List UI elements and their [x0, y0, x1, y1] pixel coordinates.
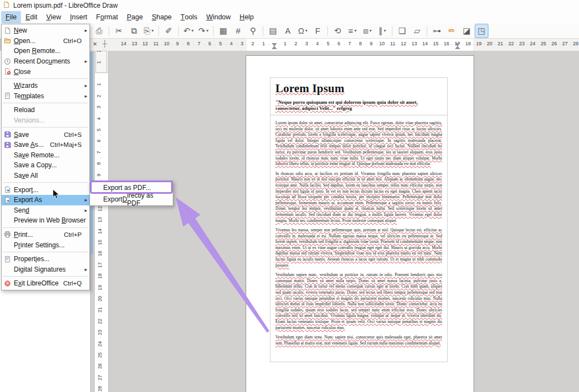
insert-text-box-icon[interactable]: A [281, 24, 295, 38]
menu-item-versions[interactable]: Versions... [2, 115, 89, 126]
extrusion-icon[interactable]: ◪ [460, 24, 474, 38]
menu-item-label: Preview in Web Browser [14, 216, 86, 224]
menubar-item-insert[interactable]: Insert [66, 11, 92, 23]
menu-item-save-as[interactable]: Save As...Ctrl+Maj+S [2, 140, 89, 150]
menu-item-label: Export As [14, 196, 82, 204]
menu-item-templates[interactable]: Templates▸ [2, 91, 89, 102]
dropdown-arrow-icon[interactable]: ▾ [305, 28, 307, 33]
copy-icon-glyph: ⧉ [131, 26, 137, 36]
glue-points-icon[interactable]: ✏ [445, 24, 459, 38]
copy-icon[interactable]: ⧉ [127, 24, 141, 38]
menu-item-exit-libreoffice[interactable]: Exit LibreOfficeCtrl+Q [2, 278, 89, 289]
crop-icon[interactable]: ▱ [410, 24, 424, 38]
ruler-number: 12 [142, 41, 148, 46]
menu-item-save-all[interactable]: Save All [2, 171, 89, 181]
shadow-icon[interactable]: ❏ [395, 24, 409, 38]
close-document-button[interactable]: × [91, 40, 99, 49]
ruler-tick: · [386, 42, 388, 47]
menu-item-digital-signatures[interactable]: Digital Signatures▸ [2, 264, 89, 274]
paste-icon[interactable]: ⎘▾ [142, 24, 156, 38]
toolbar-separator [178, 26, 179, 36]
submenu-item-export-directly-as-pdf[interactable]: Export Directly as PDF [90, 193, 173, 205]
menu-item-label: Reload [14, 106, 82, 114]
menu-item-preview-in-web-browser[interactable]: Preview in Web Browser [2, 215, 89, 226]
ruler-number: 7 [198, 41, 200, 46]
menu-item-open-remote[interactable]: Open Remote... [2, 46, 89, 56]
menu-item-printer-settings[interactable]: Printer Settings... [2, 240, 89, 250]
menubar-item-help[interactable]: Help [235, 11, 258, 23]
redo-icon-glyph: ↷ [198, 26, 205, 36]
ruler-number: 13 [131, 41, 137, 46]
distribute-icon[interactable]: ∥▾ [375, 24, 389, 38]
menubar-item-file[interactable]: File [1, 11, 21, 23]
menu-item-export-as[interactable]: Export As▸ [2, 195, 89, 205]
ruler-tick: · [100, 268, 102, 273]
horizontal-ruler[interactable]: 1413121110987654321123456789101112131415… [108, 39, 579, 51]
display-grid-icon[interactable]: ▦ [216, 24, 230, 38]
menu-item-open[interactable]: Open...Ctrl+O [2, 36, 89, 46]
menubar-item-tools[interactable]: Tools [176, 11, 202, 23]
print-file-directly-icon[interactable]: ⎙ [92, 24, 106, 38]
menu-item-print[interactable]: Print...Ctrl+P [2, 230, 89, 240]
drawing-canvas[interactable]: Lorem Ipsum "Neque porro quisquam est qu… [109, 51, 579, 392]
menu-item-wizards[interactable]: Wizards▸ [2, 81, 89, 91]
fontwork-icon-glyph: F [315, 26, 320, 35]
dropdown-arrow-icon[interactable]: ▾ [206, 28, 209, 33]
clone-formatting-icon[interactable]: ✐ [162, 24, 176, 38]
menubar-item-format[interactable]: Format [92, 11, 123, 23]
menu-item-save-remote[interactable]: Save Remote... [2, 150, 89, 161]
dropdown-arrow-icon[interactable]: ▾ [354, 28, 357, 33]
zoom-icon[interactable]: ⚲ [246, 24, 260, 38]
fontwork-icon[interactable]: F [311, 24, 325, 38]
menu-separator [3, 127, 88, 128]
draw-functions-icon[interactable]: ◳ [475, 24, 488, 38]
ruler-number: 24 [97, 341, 103, 347]
menubar-item-view[interactable]: View [42, 11, 66, 23]
arrange-icon[interactable]: ⧈▾ [360, 24, 374, 38]
tab-stop-selector-icon[interactable]: ┼ [102, 40, 107, 47]
application-window: Lorem ipsum.pdf - LibreOffice Draw FileE… [0, 0, 579, 392]
vertical-ruler[interactable]: 1212345678910111213141516171819202122232… [95, 51, 109, 392]
text-frame[interactable]: Lorem Ipsum "Neque porro quisquam est qu… [270, 77, 448, 362]
menubar-item-edit[interactable]: Edit [21, 11, 42, 23]
insert-image-icon[interactable]: ▤ [266, 24, 280, 38]
menubar-item-shape[interactable]: Shape [147, 11, 176, 23]
menu-item-close[interactable]: Close [2, 66, 89, 77]
ruler-number: 23 [519, 41, 524, 46]
menu-item-new[interactable]: New▸ [2, 25, 89, 36]
dropdown-arrow-icon[interactable]: ▾ [192, 28, 194, 33]
cut-icon[interactable]: ✂ [112, 24, 126, 38]
ruler-tick: · [494, 42, 496, 47]
dropdown-arrow-icon[interactable]: ▾ [369, 28, 371, 33]
ruler-number: 23 [97, 330, 103, 335]
ruler-number: 8 [187, 41, 189, 46]
menubar-item-page[interactable]: Page [123, 11, 147, 23]
menu-item-export[interactable]: Export... [2, 184, 89, 195]
edit-points-icon[interactable]: ⊶ [430, 24, 444, 38]
menu-item-properties[interactable]: Properties... [2, 254, 89, 264]
menu-item-recent-documents[interactable]: Recent Documents▸ [2, 56, 89, 67]
undo-icon[interactable]: ↶▾ [182, 24, 195, 38]
menu-item-label: Wizards [14, 82, 82, 89]
menu-item-send[interactable]: Send▸ [2, 205, 89, 216]
dropdown-arrow-icon[interactable]: ▾ [152, 28, 154, 33]
special-character-icon[interactable]: Ω▾ [296, 24, 310, 38]
panel-splitter[interactable] [91, 52, 93, 254]
ruler-tick: · [193, 42, 194, 47]
menu-item-label: Export... [14, 186, 82, 194]
menu-item-label: New [14, 27, 82, 34]
menubar-item-window[interactable]: Window [202, 11, 235, 23]
align-objects-icon[interactable]: ≡▾ [346, 24, 359, 38]
document-page[interactable]: Lorem Ipsum "Neque porro quisquam est qu… [246, 55, 474, 392]
ruler-number: 27 [97, 375, 103, 380]
redo-icon[interactable]: ↷▾ [196, 24, 210, 38]
transformations-icon[interactable]: ⟲ [331, 24, 344, 38]
menu-item-reload[interactable]: Reload [2, 105, 89, 115]
menu-item-save[interactable]: SaveCtrl+S [2, 129, 89, 140]
ruler-tick: · [182, 42, 184, 47]
ruler-margin-marker[interactable] [272, 41, 277, 51]
ruler-margin-marker[interactable] [455, 41, 460, 51]
menu-item-save-a-copy[interactable]: Save a Copy... [2, 160, 89, 171]
dropdown-arrow-icon[interactable]: ▾ [384, 28, 386, 33]
helplines-icon[interactable]: # [231, 24, 245, 38]
